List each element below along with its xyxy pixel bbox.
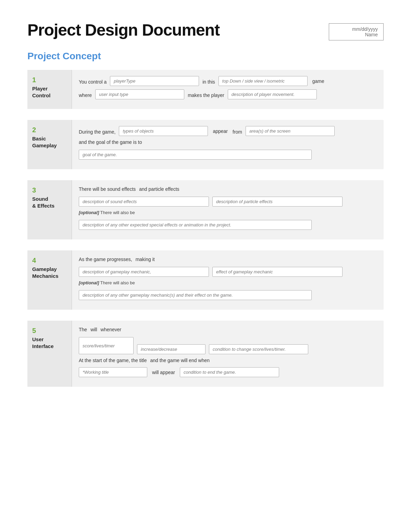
s4-intro1: As the game progresses, bbox=[79, 257, 132, 263]
section-3-sidebar: 3 Sound& Effects bbox=[27, 180, 72, 239]
s2-intro2: from bbox=[233, 129, 242, 136]
s3-row3 bbox=[79, 220, 377, 230]
player-movement-input[interactable] bbox=[228, 89, 317, 99]
section-user-interface: 5 UserInterface The will whenever At the… bbox=[27, 321, 384, 387]
s3-intro1: There will be sound effects bbox=[79, 186, 136, 193]
increase-decrease-input[interactable] bbox=[137, 344, 206, 354]
particle-effects-input[interactable] bbox=[212, 197, 342, 207]
game-goal-input[interactable] bbox=[79, 150, 312, 160]
view-type-input[interactable] bbox=[219, 76, 308, 86]
end-condition-input[interactable] bbox=[180, 367, 279, 377]
s2-intro1: During the game, bbox=[79, 129, 115, 136]
condition-change-input[interactable] bbox=[209, 344, 308, 354]
section-3-number: 3 bbox=[32, 186, 67, 194]
section-5-number: 5 bbox=[32, 327, 67, 335]
s4-optional-label: [optional] There will also be bbox=[79, 280, 377, 287]
s5-word1: will appear bbox=[151, 368, 176, 377]
section-4-number: 4 bbox=[32, 257, 67, 264]
section-2-content: During the game, appear from and the goa… bbox=[72, 120, 384, 169]
section-1-content: You control a in this game where makes t… bbox=[72, 70, 384, 109]
s1-intro1: You control a bbox=[79, 79, 107, 86]
s1-intro3: where bbox=[79, 92, 92, 99]
s5-intro3: whenever bbox=[101, 327, 122, 334]
section-gameplay-mechanics: 4 GameplayMechanics As the game progress… bbox=[27, 250, 384, 310]
s1-intro4: makes the player bbox=[188, 92, 224, 99]
section-basic-gameplay: 2 BasicGameplay During the game, appear … bbox=[27, 120, 384, 169]
s5-intro5: and the game will end when bbox=[150, 358, 210, 364]
section-3-content: There will be sound effects and particle… bbox=[72, 180, 384, 239]
s5-row2 bbox=[79, 337, 377, 354]
main-title: Project Design Document bbox=[27, 21, 220, 39]
s1-word1: game bbox=[311, 76, 326, 86]
working-title-input[interactable] bbox=[79, 367, 147, 377]
s3-row1: There will be sound effects and particle… bbox=[79, 186, 377, 193]
s3-optional-label: [optional] There will also be bbox=[79, 210, 377, 217]
section-1-label: PlayerControl bbox=[32, 85, 67, 99]
user-input-type-input[interactable] bbox=[95, 89, 184, 99]
s4-optional-text: [optional] There will also be bbox=[79, 280, 135, 285]
section-1-sidebar: 1 PlayerControl bbox=[27, 70, 72, 109]
gameplay-mechanic-input[interactable] bbox=[79, 267, 209, 277]
section-1-number: 1 bbox=[32, 76, 67, 84]
name-placeholder: Name bbox=[335, 32, 378, 37]
s2-word1: appear bbox=[211, 126, 229, 136]
s5-intro2: will bbox=[90, 327, 97, 334]
s5-intro1: The bbox=[79, 327, 87, 334]
section-2-label: BasicGameplay bbox=[32, 135, 67, 149]
s4-row1: As the game progresses, making it bbox=[79, 257, 377, 263]
section-5-content: The will whenever At the start of the ga… bbox=[72, 321, 384, 387]
section-player-control: 1 PlayerControl You control a in this ga… bbox=[27, 70, 384, 109]
s5-row1: The will whenever bbox=[79, 327, 377, 334]
s3-intro2: and particle effects bbox=[139, 186, 179, 193]
s2-row3 bbox=[79, 150, 377, 160]
other-effects-input[interactable] bbox=[79, 220, 312, 230]
page-header: Project Design Document mm/dd/yyyy Name bbox=[27, 21, 384, 40]
s1-intro2: in this bbox=[202, 79, 215, 86]
other-mechanics-input[interactable] bbox=[79, 290, 312, 300]
s1-row1: You control a in this game bbox=[79, 76, 377, 86]
s2-intro3: and the goal of the game is to bbox=[79, 139, 142, 146]
mechanic-effect-input[interactable] bbox=[212, 267, 342, 277]
player-type-input[interactable] bbox=[110, 76, 199, 86]
section-2-sidebar: 2 BasicGameplay bbox=[27, 120, 72, 169]
s4-intro2: making it bbox=[136, 257, 155, 263]
section-4-label: GameplayMechanics bbox=[32, 266, 67, 279]
section-2-number: 2 bbox=[32, 126, 67, 134]
sound-effects-input[interactable] bbox=[79, 197, 209, 207]
section-4-content: As the game progresses, making it [optio… bbox=[72, 250, 384, 310]
s4-row3 bbox=[79, 290, 377, 300]
s5-row4: will appear bbox=[79, 367, 377, 377]
s2-row2: and the goal of the game is to bbox=[79, 139, 377, 146]
s3-optional-text: [optional] There will also be bbox=[79, 210, 135, 215]
screen-area-input[interactable] bbox=[246, 126, 335, 136]
section-5-label: UserInterface bbox=[32, 336, 67, 349]
project-concept-title: Project Concept bbox=[27, 51, 384, 62]
section-sound-effects: 3 Sound& Effects There will be sound eff… bbox=[27, 180, 384, 239]
s5-intro4: At the start of the game, the title bbox=[79, 358, 147, 364]
section-4-sidebar: 4 GameplayMechanics bbox=[27, 250, 72, 310]
s2-row1: During the game, appear from bbox=[79, 126, 377, 136]
s1-row2: where makes the player bbox=[79, 89, 377, 99]
s5-row3: At the start of the game, the title and … bbox=[79, 358, 377, 364]
s4-row2 bbox=[79, 267, 377, 277]
objects-type-input[interactable] bbox=[119, 126, 208, 136]
date-name-box: mm/dd/yyyy Name bbox=[329, 23, 384, 40]
score-lives-timer-input[interactable] bbox=[79, 337, 134, 354]
s3-row2 bbox=[79, 197, 377, 207]
section-3-label: Sound& Effects bbox=[32, 196, 67, 209]
section-5-sidebar: 5 UserInterface bbox=[27, 321, 72, 387]
date-placeholder: mm/dd/yyyy bbox=[335, 26, 378, 32]
